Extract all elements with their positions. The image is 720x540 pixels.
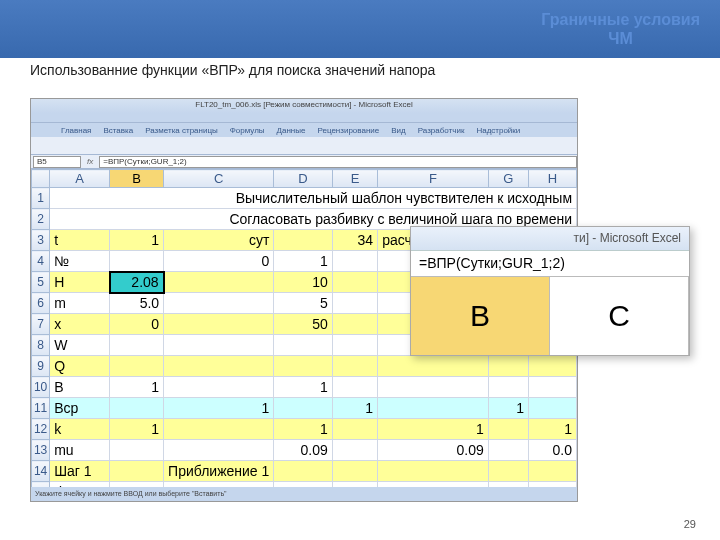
cell[interactable] bbox=[110, 251, 164, 272]
cell[interactable] bbox=[274, 398, 332, 419]
cell[interactable]: mu bbox=[50, 440, 110, 461]
col-header[interactable]: H bbox=[528, 170, 576, 188]
cell[interactable] bbox=[164, 419, 274, 440]
cell[interactable] bbox=[332, 377, 377, 398]
col-header[interactable]: C bbox=[164, 170, 274, 188]
ribbon-tab[interactable]: Разметка страницы bbox=[145, 126, 218, 135]
row-header[interactable]: 6 bbox=[32, 293, 50, 314]
cell[interactable]: 2.08 bbox=[110, 272, 164, 293]
fx-icon[interactable]: fx bbox=[87, 157, 93, 166]
cell[interactable]: 5.0 bbox=[110, 293, 164, 314]
cell[interactable] bbox=[332, 419, 377, 440]
cell[interactable]: Шаг 1 bbox=[50, 461, 110, 482]
row-header[interactable]: 10 bbox=[32, 377, 50, 398]
cell[interactable]: 1 bbox=[332, 398, 377, 419]
cell[interactable]: 0.0 bbox=[528, 440, 576, 461]
cell[interactable]: Приближение 1 bbox=[164, 461, 274, 482]
col-header[interactable]: G bbox=[488, 170, 528, 188]
ribbon-tab[interactable]: Формулы bbox=[230, 126, 265, 135]
cell[interactable]: 10 bbox=[274, 272, 332, 293]
ribbon-tab[interactable]: Надстройки bbox=[476, 126, 520, 135]
cell[interactable]: 1 bbox=[110, 230, 164, 251]
cell[interactable]: сут bbox=[164, 230, 274, 251]
cell[interactable] bbox=[488, 377, 528, 398]
cell[interactable]: 1 bbox=[378, 419, 489, 440]
inset-col-b[interactable]: B bbox=[411, 277, 550, 355]
cell[interactable] bbox=[274, 335, 332, 356]
ribbon-tab[interactable]: Разработчик bbox=[418, 126, 465, 135]
cell[interactable]: 0 bbox=[110, 314, 164, 335]
cell[interactable] bbox=[378, 461, 489, 482]
cell[interactable]: 1 bbox=[164, 398, 274, 419]
quick-access-toolbar[interactable] bbox=[31, 113, 577, 123]
cell[interactable]: t bbox=[50, 230, 110, 251]
cell[interactable]: 0 bbox=[164, 251, 274, 272]
cell[interactable]: 0.09 bbox=[274, 440, 332, 461]
row-header[interactable]: 3 bbox=[32, 230, 50, 251]
row-header[interactable]: 4 bbox=[32, 251, 50, 272]
cell[interactable]: Q bbox=[50, 356, 110, 377]
inset-col-c[interactable]: C bbox=[550, 277, 689, 355]
row-header[interactable]: 11 bbox=[32, 398, 50, 419]
row-header[interactable]: 8 bbox=[32, 335, 50, 356]
cell[interactable]: № bbox=[50, 251, 110, 272]
cell[interactable] bbox=[164, 293, 274, 314]
cell[interactable]: 1 bbox=[110, 419, 164, 440]
cell[interactable] bbox=[488, 356, 528, 377]
cell[interactable] bbox=[164, 377, 274, 398]
cell[interactable] bbox=[528, 398, 576, 419]
cell[interactable] bbox=[110, 461, 164, 482]
cell[interactable]: k bbox=[50, 419, 110, 440]
cell[interactable] bbox=[528, 377, 576, 398]
cell[interactable]: x bbox=[50, 314, 110, 335]
cell[interactable]: m bbox=[50, 293, 110, 314]
col-header[interactable]: D bbox=[274, 170, 332, 188]
cell[interactable] bbox=[332, 293, 377, 314]
cell[interactable] bbox=[164, 335, 274, 356]
cell[interactable] bbox=[528, 356, 576, 377]
cell[interactable]: 1 bbox=[110, 377, 164, 398]
cell[interactable] bbox=[378, 356, 489, 377]
cell[interactable]: 1 bbox=[274, 251, 332, 272]
cell[interactable] bbox=[528, 461, 576, 482]
col-header[interactable]: B bbox=[110, 170, 164, 188]
cell[interactable]: Вычислительный шаблон чувствителен к исх… bbox=[50, 188, 577, 209]
col-header[interactable]: A bbox=[50, 170, 110, 188]
cell[interactable] bbox=[164, 440, 274, 461]
cell[interactable] bbox=[332, 356, 377, 377]
ribbon-tab[interactable]: Вставка bbox=[103, 126, 133, 135]
cell[interactable] bbox=[110, 398, 164, 419]
cell[interactable]: W bbox=[50, 335, 110, 356]
cell[interactable] bbox=[488, 440, 528, 461]
cell[interactable]: 5 bbox=[274, 293, 332, 314]
cell[interactable] bbox=[332, 335, 377, 356]
ribbon-tab[interactable]: Главная bbox=[61, 126, 91, 135]
cell[interactable]: 34 bbox=[332, 230, 377, 251]
ribbon-tab[interactable]: Данные bbox=[277, 126, 306, 135]
row-header[interactable]: 13 bbox=[32, 440, 50, 461]
cell[interactable]: 0.09 bbox=[378, 440, 489, 461]
cell[interactable] bbox=[332, 461, 377, 482]
cell[interactable] bbox=[164, 272, 274, 293]
inset-formula[interactable]: =ВПР(Сутки;GUR_1;2) bbox=[411, 251, 689, 277]
name-box[interactable]: B5 bbox=[33, 156, 81, 168]
row-header[interactable]: 12 bbox=[32, 419, 50, 440]
row-header[interactable]: 1 bbox=[32, 188, 50, 209]
cell[interactable] bbox=[332, 251, 377, 272]
cell[interactable]: Bср bbox=[50, 398, 110, 419]
cell[interactable] bbox=[164, 356, 274, 377]
ribbon-tab[interactable]: Вид bbox=[391, 126, 405, 135]
formula-input[interactable]: =ВПР(Сутки;GUR_1;2) bbox=[99, 156, 577, 168]
cell[interactable]: B bbox=[50, 377, 110, 398]
cell[interactable] bbox=[110, 335, 164, 356]
cell[interactable] bbox=[332, 272, 377, 293]
row-header[interactable]: 14 bbox=[32, 461, 50, 482]
cell[interactable]: 50 bbox=[274, 314, 332, 335]
row-header[interactable]: 7 bbox=[32, 314, 50, 335]
row-header[interactable]: 5 bbox=[32, 272, 50, 293]
row-header[interactable]: 9 bbox=[32, 356, 50, 377]
cell[interactable] bbox=[274, 356, 332, 377]
cell[interactable]: 1 bbox=[274, 419, 332, 440]
row-header[interactable]: 2 bbox=[32, 209, 50, 230]
cell[interactable] bbox=[110, 356, 164, 377]
